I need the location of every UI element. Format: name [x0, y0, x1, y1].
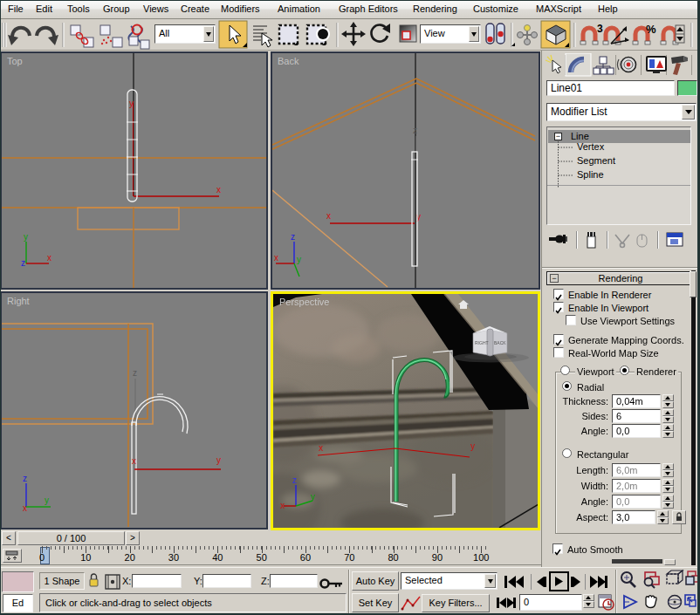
svg-text:RIGHT: RIGHT [475, 340, 489, 345]
svg-text:x: x [274, 253, 278, 263]
svg-text:Top: Top [7, 56, 23, 66]
svg-text:3: 3 [597, 23, 603, 35]
svg-text:x: x [280, 501, 285, 510]
svg-text:x: x [23, 503, 27, 513]
svg-text:Back: Back [278, 56, 299, 66]
svg-text:z: z [133, 368, 137, 378]
svg-text:Right: Right [7, 296, 30, 306]
svg-text:x: x [326, 211, 331, 221]
svg-text:x: x [47, 253, 51, 263]
svg-text:z: z [292, 475, 297, 485]
svg-text:y: y [45, 495, 49, 505]
svg-text:y: y [311, 492, 315, 502]
svg-text:z: z [413, 126, 417, 135]
svg-text:y: y [470, 441, 475, 451]
svg-text:BACK: BACK [494, 340, 506, 345]
svg-text:y: y [24, 232, 28, 242]
svg-text:y: y [216, 455, 221, 465]
svg-text:z: z [21, 258, 25, 268]
svg-text:y: y [297, 255, 301, 264]
svg-text:Perspective: Perspective [279, 297, 329, 307]
svg-text:y: y [129, 99, 134, 108]
svg-text:z: z [23, 474, 27, 483]
svg-text:z: z [291, 232, 295, 242]
svg-text:x: x [319, 443, 323, 453]
svg-text:x: x [216, 185, 221, 195]
svg-text:x: x [132, 456, 136, 466]
svg-text:%: % [646, 23, 656, 36]
